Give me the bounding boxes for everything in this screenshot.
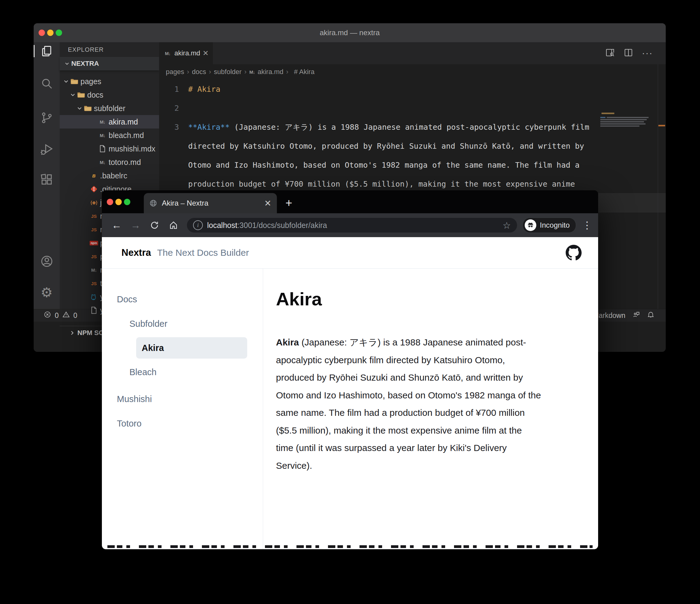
project-root-nextra[interactable]: NEXTRA <box>60 57 159 70</box>
tree-item-docs[interactable]: docs <box>60 88 159 102</box>
browser-minimize-button[interactable] <box>115 199 122 205</box>
settings-gear-icon[interactable]: ⚙ <box>40 285 54 300</box>
browser-tab-close-icon[interactable]: ✕ <box>264 198 271 208</box>
js-icon: JS <box>90 212 98 220</box>
sidebar-item-bleach[interactable]: Bleach <box>102 365 263 379</box>
code-line[interactable]: Otomo and Izo Hashimoto, based on Otomo'… <box>159 155 666 174</box>
browser-toolbar: ← → i localhost :3001/docs/subfolder/aki… <box>102 213 598 237</box>
new-tab-button[interactable]: + <box>285 197 292 209</box>
tree-item-mushishi-mdx[interactable]: mushishi.mdx <box>60 142 159 155</box>
vscode-traffic-lights <box>39 30 62 36</box>
errors-icon[interactable] <box>44 311 51 320</box>
browser-window: Akira – Nextra ✕ + ← → i localhost :3001… <box>102 190 598 549</box>
sidebar-item-totoro[interactable]: Totoro <box>102 417 263 430</box>
js-icon: JS <box>90 279 98 287</box>
incognito-label: Incognito <box>540 221 570 229</box>
more-actions-icon[interactable]: ··· <box>642 48 653 59</box>
address-bar[interactable]: i localhost :3001/docs/subfolder/akira ☆ <box>187 218 517 232</box>
breadcrumb[interactable]: pages›docs›subfolder›M↓akira.md›abc# Aki… <box>159 64 666 80</box>
code-line[interactable]: 1# Akira <box>159 80 666 99</box>
md-icon: M↓ <box>98 118 107 126</box>
folder-icon <box>70 77 79 86</box>
page-title: Akira <box>276 290 587 308</box>
tree-item-pages[interactable]: pages <box>60 75 159 88</box>
tab-akira-md[interactable]: M↓ akira.md ✕ <box>159 42 213 64</box>
sidebar-item-subfolder[interactable]: Subfolder <box>102 317 263 330</box>
browser-tab-title: Akira – Nextra <box>162 199 208 207</box>
search-icon[interactable] <box>40 76 54 91</box>
github-icon[interactable] <box>566 245 582 261</box>
docs-sidebar: DocsSubfolderAkiraBleachMushishiTotoro <box>102 269 263 549</box>
browser-menu-icon[interactable]: ⋮ <box>582 219 592 231</box>
npm-icon: npm <box>90 239 98 247</box>
site-info-icon[interactable]: i <box>193 220 203 230</box>
code-line[interactable]: 3**Akira** (Japanese: アキラ) is a 1988 Jap… <box>159 118 666 136</box>
breadcrumb-item[interactable]: akira.md <box>258 68 283 76</box>
split-editor-icon[interactable] <box>624 48 633 59</box>
code-line[interactable]: 2 <box>159 99 666 118</box>
site-tagline: The Next Docs Builder <box>157 248 249 258</box>
yarn-icon <box>90 293 98 301</box>
md-icon: M↓ <box>98 158 107 167</box>
nextra-page: Nextra The Next Docs Builder DocsSubfold… <box>102 237 598 549</box>
browser-close-button[interactable] <box>107 199 113 205</box>
js-icon: JS <box>90 225 98 234</box>
source-control-icon[interactable] <box>40 110 54 125</box>
markdown-file-icon: M↓ <box>164 49 172 57</box>
url-path: :3001/docs/subfolder/akira <box>238 221 327 230</box>
explorer-icon[interactable] <box>40 44 54 58</box>
sidebar-item-mushishi[interactable]: Mushishi <box>102 392 263 406</box>
run-debug-icon[interactable] <box>40 142 54 157</box>
code-line[interactable]: directed by Katsuhiro Otomo, produced by… <box>159 136 666 155</box>
breadcrumb-item[interactable]: # Akira <box>294 68 315 76</box>
reload-button[interactable] <box>147 217 162 233</box>
breadcrumb-item[interactable]: subfolder <box>214 68 242 76</box>
md-icon: M↓ <box>249 70 255 75</box>
folder-icon <box>83 104 92 112</box>
tree-item-akira-md[interactable]: M↓akira.md <box>60 115 159 128</box>
forward-button[interactable]: → <box>128 217 144 233</box>
home-button[interactable] <box>166 217 181 233</box>
window-title: akira.md — nextra <box>320 28 380 37</box>
breadcrumb-item[interactable]: pages <box>166 68 184 76</box>
open-preview-icon[interactable] <box>605 48 615 59</box>
globe-icon <box>149 199 157 207</box>
account-icon[interactable] <box>40 254 54 269</box>
sidebar-item-akira[interactable]: Akira <box>136 337 247 359</box>
tree-item-subfolder[interactable]: subfolder <box>60 102 159 115</box>
js-icon: JS <box>90 252 98 261</box>
article-paragraph: Akira (Japanese: アキラ) is a 1988 Japanese… <box>276 333 587 474</box>
browser-tab-strip: Akira – Nextra ✕ + <box>102 190 598 213</box>
clipped-footer-text <box>107 545 593 548</box>
close-button[interactable] <box>39 30 45 36</box>
notifications-bell-icon[interactable] <box>647 310 655 320</box>
breadcrumb-item[interactable]: docs <box>192 68 206 76</box>
tree-item-totoro-md[interactable]: M↓totoro.md <box>60 155 159 169</box>
incognito-icon <box>525 219 536 231</box>
feedback-icon[interactable] <box>632 310 640 320</box>
bookmark-star-icon[interactable]: ☆ <box>503 220 511 231</box>
extensions-icon[interactable] <box>40 172 54 187</box>
browser-tab[interactable]: Akira – Nextra ✕ <box>144 193 277 213</box>
url-host: localhost <box>207 221 238 230</box>
minimize-button[interactable] <box>47 30 53 36</box>
minimap[interactable] <box>600 64 658 309</box>
json-icon: {◆} <box>90 198 98 207</box>
docs-content: Akira Akira (Japanese: アキラ) is a 1988 Ja… <box>263 269 598 549</box>
overview-ruler-marker <box>658 125 665 126</box>
file-icon <box>98 145 107 153</box>
errors-count: 0 <box>55 311 59 320</box>
git-icon <box>90 185 98 193</box>
browser-zoom-button[interactable] <box>124 199 130 205</box>
vscode-titlebar[interactable]: akira.md — nextra <box>34 23 666 42</box>
md-icon: M↓ <box>90 266 98 274</box>
site-brand[interactable]: Nextra <box>122 247 151 258</box>
tree-item--babelrc[interactable]: B.babelrc <box>60 169 159 182</box>
tree-item-bleach-md[interactable]: M↓bleach.md <box>60 128 159 142</box>
zoom-button[interactable] <box>56 30 62 36</box>
back-button[interactable]: ← <box>108 217 125 233</box>
tab-close-icon[interactable]: ✕ <box>203 49 209 57</box>
sidebar-item-docs[interactable]: Docs <box>102 293 263 306</box>
explorer-header: EXPLORER <box>60 42 159 57</box>
folder-icon <box>77 91 85 99</box>
